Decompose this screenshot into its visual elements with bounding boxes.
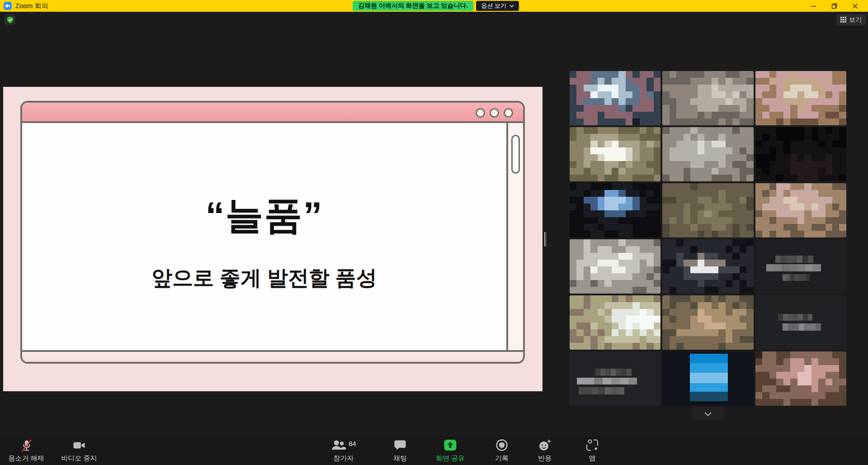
video-tile-r2c3[interactable]: [755, 127, 846, 181]
apps-button[interactable]: 앱: [586, 439, 599, 463]
view-button[interactable]: 보기: [836, 14, 866, 25]
stop-video-button[interactable]: 비디오 중지: [61, 439, 97, 463]
share-screen-button[interactable]: 화면 공유: [436, 439, 465, 463]
unmute-button[interactable]: 음소거 해제: [8, 439, 44, 463]
video-tile-r6c2[interactable]: [662, 351, 753, 406]
slide-subtitle: 앞으로 좋게 발전할 품성: [151, 264, 377, 292]
reactions-label: 반응: [538, 454, 552, 463]
security-badge[interactable]: [5, 14, 15, 25]
video-tile-r2c1[interactable]: [570, 127, 660, 181]
banner-text: 김채원 이예서의 화면을 보고 있습니다.: [358, 2, 468, 10]
chat-label: 채팅: [393, 454, 407, 463]
shield-icon: [7, 16, 14, 24]
frame-dot: [490, 108, 499, 118]
participant-video-gallery: [570, 71, 846, 406]
close-button[interactable]: [844, 0, 865, 12]
participants-count: 84: [349, 440, 356, 447]
video-tile-r1c1[interactable]: [570, 71, 660, 125]
chevron-down-icon: [704, 412, 712, 416]
view-button-label: 보기: [849, 16, 862, 24]
slide-content-area: “늘품” 앞으로 좋게 발전할 품성: [22, 123, 506, 350]
video-tile-r4c1[interactable]: [570, 239, 660, 294]
apps-label: 앱: [589, 454, 596, 463]
video-tile-r3c3[interactable]: [755, 183, 846, 237]
share-screen-icon: [443, 439, 457, 451]
slide-frame-scrollbar: [506, 123, 523, 350]
participants-button[interactable]: 84 참가자: [331, 439, 356, 463]
gallery-collapse-button[interactable]: [692, 407, 724, 421]
video-tile-r4c2[interactable]: [662, 239, 753, 294]
video-tile-r3c2[interactable]: [662, 183, 753, 237]
view-options-button[interactable]: 옵션 보기: [476, 1, 519, 11]
meeting-toolbar: 음소거 해제 비디오 중지 84: [0, 437, 868, 465]
scrollbar-thumb-illustration: [511, 135, 520, 174]
slide-title: “늘품”: [206, 190, 323, 242]
video-tile-r6c1[interactable]: [570, 351, 660, 406]
video-tile-r3c1[interactable]: [570, 183, 660, 237]
video-tile-r2c2[interactable]: [662, 127, 753, 181]
slide-browser-frame-illustration: “늘품” 앞으로 좋게 발전할 품성: [20, 101, 525, 364]
slide-frame-footer: [22, 350, 523, 362]
slide-frame-header: [22, 103, 523, 123]
grid-view-icon: [840, 17, 846, 23]
chat-button[interactable]: 채팅: [393, 439, 407, 463]
zoom-logo-icon: [4, 2, 12, 10]
reactions-smiley-icon: [538, 439, 552, 452]
shared-screen-slide: “늘품” 앞으로 좋게 발전할 품성: [3, 87, 542, 391]
minimize-button[interactable]: [803, 0, 824, 12]
share-screen-label: 화면 공유: [436, 454, 465, 463]
record-icon: [495, 439, 508, 451]
chevron-down-icon: [509, 5, 514, 8]
apps-icon: [586, 439, 599, 451]
video-camera-icon: [72, 439, 86, 453]
viewing-screen-banner: 김채원 이예서의 화면을 보고 있습니다.: [353, 1, 473, 11]
window-controls: [803, 0, 865, 12]
video-tile-r5c3[interactable]: [755, 295, 846, 350]
reactions-button[interactable]: 반응: [538, 439, 552, 463]
muted-microphone-icon: [19, 439, 33, 453]
stop-video-label: 비디오 중지: [61, 454, 97, 463]
title-bar: Zoom 회의 김채원 이예서의 화면을 보고 있습니다. 옵션 보기: [0, 0, 868, 12]
zoom-meeting-window: Zoom 회의 김채원 이예서의 화면을 보고 있습니다. 옵션 보기: [0, 0, 868, 465]
frame-dot: [476, 108, 485, 118]
video-tile-r1c3[interactable]: [755, 71, 846, 125]
unmute-label: 음소거 해제: [8, 454, 44, 463]
record-label: 기록: [495, 454, 509, 463]
record-button[interactable]: 기록: [495, 439, 509, 463]
participants-label: 참가자: [334, 454, 354, 463]
frame-dot: [504, 108, 513, 118]
participants-icon: [331, 439, 346, 451]
slide-frame-dots: [476, 108, 513, 118]
video-tile-r5c2[interactable]: [662, 295, 753, 350]
window-title: Zoom 회의: [15, 2, 48, 10]
chat-bubble-icon: [394, 439, 406, 451]
video-tile-r6c3[interactable]: [755, 351, 846, 406]
video-tile-r5c1[interactable]: [570, 295, 660, 350]
restore-button[interactable]: [824, 0, 844, 12]
video-tile-r1c2[interactable]: [662, 71, 753, 125]
panel-resize-handle[interactable]: [544, 232, 547, 247]
video-tile-r4c3[interactable]: [755, 239, 846, 294]
